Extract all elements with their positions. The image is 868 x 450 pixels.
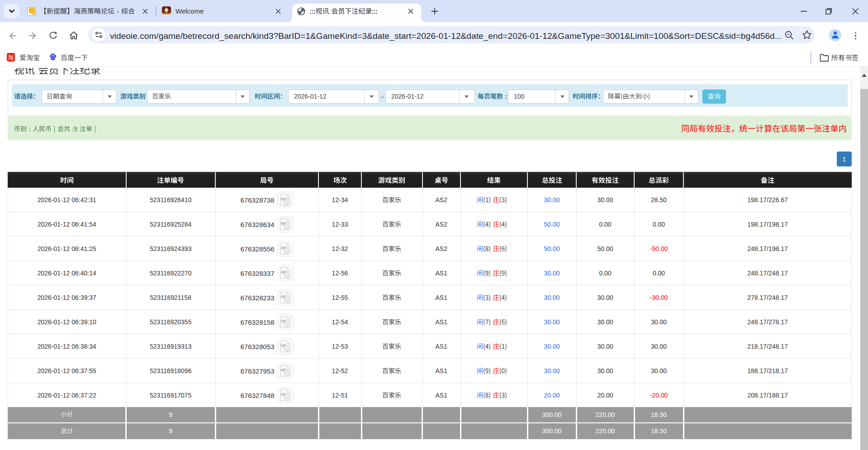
- svg-text:du: du: [52, 57, 55, 60]
